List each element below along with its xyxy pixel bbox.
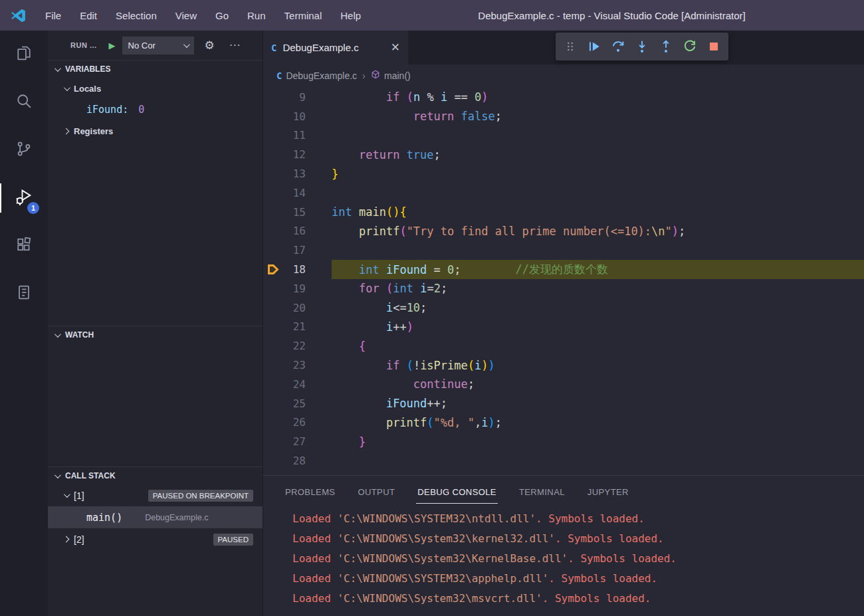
code-line[interactable]: 25 iFound++;: [263, 394, 864, 413]
code-token: "%d, ": [434, 416, 475, 429]
menu-view[interactable]: View: [166, 0, 206, 31]
code-text: if (n % i == 0): [332, 88, 864, 107]
notebook-icon: [15, 283, 33, 304]
panel-tab-debug-console[interactable]: DEBUG CONSOLE: [416, 479, 498, 504]
gear-icon[interactable]: ⚙: [201, 39, 219, 52]
chevron-down-icon: [64, 491, 70, 498]
code-token: [332, 435, 359, 449]
panel-tab-jupyter[interactable]: JUPYTER: [586, 479, 630, 504]
console-line: Loaded 'C:\WINDOWS\System32\KernelBase.d…: [292, 549, 864, 569]
call-stack-frame-main[interactable]: main() DebugExample.c: [48, 506, 263, 528]
code-line[interactable]: 28: [263, 451, 864, 470]
menu-run[interactable]: Run: [238, 0, 275, 31]
chevron-down-icon: [183, 41, 190, 48]
menu-help[interactable]: Help: [331, 0, 370, 31]
code-token: [447, 90, 454, 104]
code-line[interactable]: 21 i++): [263, 318, 864, 337]
variables-section-header[interactable]: VARIABLES: [48, 60, 263, 78]
code-token: ): [488, 359, 495, 372]
code-line[interactable]: 16 printf("Try to find all prime number(…: [263, 222, 864, 241]
chevron-right-icon: [63, 128, 70, 134]
code-editor[interactable]: 9 if (n % i == 0)10 return false;1112 re…: [263, 86, 864, 475]
call-stack-thread-1[interactable]: [1] PAUSED ON BREAKPOINT: [48, 484, 263, 506]
variables-scope-locals[interactable]: Locals: [48, 78, 263, 99]
activity-source-control-button[interactable]: [0, 126, 48, 174]
step-over-button[interactable]: [607, 35, 629, 58]
step-out-button[interactable]: [655, 35, 677, 58]
code-line[interactable]: 27 }: [263, 432, 864, 451]
debug-config-dropdown[interactable]: No Cor: [122, 37, 194, 54]
line-number: 18: [283, 263, 306, 276]
code-line[interactable]: 14: [263, 183, 864, 203]
code-line[interactable]: 10 return false;: [263, 107, 864, 126]
activity-run-and-debug-button[interactable]: 1: [0, 174, 48, 222]
continue-button[interactable]: [583, 35, 605, 58]
panel-tab-problems[interactable]: PROBLEMS: [284, 479, 336, 504]
panel-tab-terminal[interactable]: TERMINAL: [518, 479, 566, 504]
console-segment: 'C:\WINDOWS\SYSTEM32\ntdll.dll': [337, 512, 536, 525]
chevron-separator-icon: ›: [362, 70, 366, 81]
thread-status-badge: PAUSED ON BREAKPOINT: [148, 490, 253, 502]
code-token: (: [407, 359, 413, 372]
menu-selection[interactable]: Selection: [106, 0, 166, 31]
menu-go[interactable]: Go: [206, 0, 238, 31]
code-token: if: [386, 90, 399, 104]
code-line[interactable]: 24 continue;: [263, 375, 864, 394]
code-line[interactable]: 13}: [263, 164, 864, 183]
title-bar: FileEditSelectionViewGoRunTerminalHelp D…: [0, 0, 864, 31]
code-token: ;: [468, 377, 475, 391]
activity-notebook-button[interactable]: [0, 270, 48, 318]
call-stack-header-label: CALL STACK: [65, 471, 116, 480]
restart-button[interactable]: [679, 35, 701, 58]
variable-row-ifound[interactable]: iFound:0: [48, 99, 263, 120]
console-segment: 'C:\WINDOWS\System32\kernel32.dll': [337, 532, 555, 545]
stop-button[interactable]: [702, 35, 725, 58]
code-line[interactable]: 26 printf("%d, ",i);: [263, 413, 864, 433]
activity-extensions-button[interactable]: [0, 222, 48, 270]
thread-label: [1]: [74, 490, 84, 501]
code-line[interactable]: 19 for (int i=2;: [263, 279, 864, 298]
code-token: }: [332, 167, 338, 181]
code-line[interactable]: 20 i<=10;: [263, 298, 864, 318]
panel-tab-output[interactable]: OUTPUT: [356, 479, 396, 504]
gutter-glyph[interactable]: [263, 264, 283, 274]
more-actions-icon[interactable]: ···: [225, 39, 245, 52]
code-line[interactable]: 22 {: [263, 336, 864, 356]
code-text: i++): [332, 318, 864, 337]
close-icon[interactable]: ✕: [391, 42, 400, 53]
activity-search-button[interactable]: [0, 78, 48, 126]
code-line[interactable]: 11: [263, 126, 864, 146]
call-stack-section: CALL STACK [1] PAUSED ON BREAKPOINT main…: [48, 466, 263, 616]
menu-edit[interactable]: Edit: [70, 0, 106, 31]
call-stack-thread-2[interactable]: [2] PAUSED: [48, 528, 263, 550]
step-into-button[interactable]: [631, 35, 653, 58]
variables-scope-registers[interactable]: Registers: [48, 120, 263, 142]
line-number: 12: [283, 148, 306, 161]
activity-explorer-button[interactable]: [0, 31, 48, 78]
call-stack-section-header[interactable]: CALL STACK: [48, 466, 263, 484]
menu-terminal[interactable]: Terminal: [275, 0, 332, 31]
breadcrumb-file[interactable]: C DebugExample.c: [276, 70, 357, 81]
watch-section-header[interactable]: WATCH: [48, 326, 263, 344]
start-debugging-icon[interactable]: ▶: [109, 41, 116, 51]
chevron-right-icon: [63, 536, 70, 543]
breadcrumb-symbol[interactable]: main(): [371, 70, 411, 81]
tab-debugexample-c[interactable]: C DebugExample.c ✕: [263, 31, 408, 64]
code-line[interactable]: 18 int iFound = 0; //发现的质数个数: [263, 260, 864, 279]
code-token: [332, 397, 386, 410]
code-line[interactable]: 12 return true;: [263, 145, 864, 164]
line-number: 21: [283, 320, 306, 333]
menu-file[interactable]: File: [36, 0, 70, 31]
code-line[interactable]: 9 if (n % i == 0): [263, 88, 864, 107]
code-token: ;: [495, 110, 502, 123]
toolbar-drag-handle[interactable]: [559, 35, 582, 58]
code-token: ;: [441, 282, 447, 295]
code-text: continue;: [332, 375, 864, 394]
console-segment: Loaded: [292, 592, 337, 605]
debug-sidebar-toolbar: RUN ... ▶ No Cor ⚙ ···: [48, 31, 263, 60]
code-token: int: [332, 205, 352, 219]
code-token: [332, 301, 386, 314]
code-line[interactable]: 15int main(){: [263, 203, 864, 222]
code-line[interactable]: 23 if (!isPrime(i)): [263, 356, 864, 375]
code-line[interactable]: 17: [263, 241, 864, 260]
